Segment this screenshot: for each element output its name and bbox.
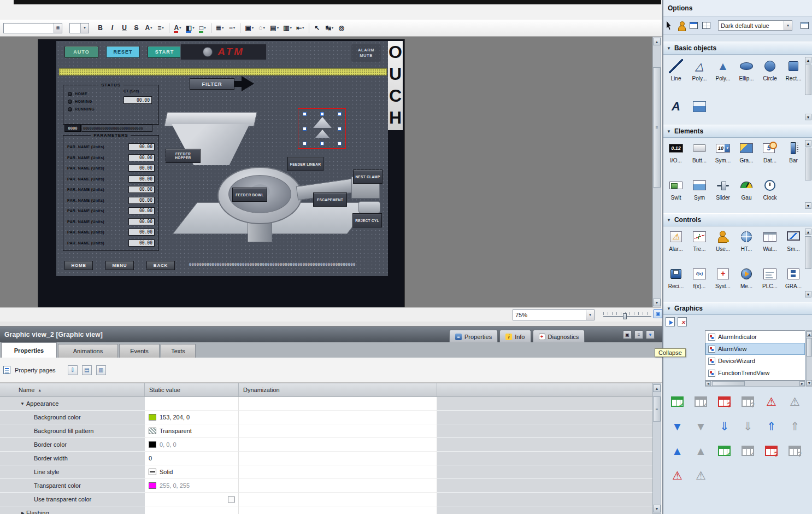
scroll-up-icon[interactable]: ▲ [805, 57, 811, 63]
graphics-tree-item[interactable]: AlarmIndicator [705, 331, 805, 343]
menu-icon[interactable]: ≡ [634, 330, 643, 339]
selection-handle[interactable] [303, 127, 307, 131]
pattern-swatch[interactable] [149, 428, 156, 434]
font-size-combo[interactable]: ▾ [69, 23, 89, 33]
graphics-tree-item[interactable]: AlarmView [705, 343, 805, 355]
scroll-down-icon[interactable]: ▼ [653, 505, 661, 512]
scroll-down-icon[interactable]: ▼ [805, 202, 811, 209]
tool-io-field[interactable]: I/O... [664, 140, 687, 163]
selection-handle[interactable] [338, 127, 342, 131]
tab-info[interactable]: i Info [499, 330, 531, 343]
scrollbar-thumb[interactable] [807, 338, 812, 357]
color-swatch[interactable] [149, 414, 156, 420]
parameter-value-field[interactable]: 00.00 [128, 186, 155, 193]
thumb-arrow-down-gray[interactable]: ▼ [689, 414, 713, 439]
tool-fx-trend[interactable]: f(x)... [688, 266, 711, 289]
tool-ellipse[interactable]: Ellip... [735, 58, 758, 81]
tool-line[interactable]: Line [664, 58, 687, 81]
table-row-border-color[interactable]: Border color 0, 0, 0 [0, 438, 652, 452]
hmi-brand-panel[interactable]: ATM [180, 44, 267, 60]
graphics-tree-item[interactable]: DeviceWizard [705, 355, 805, 367]
thumb-warning-red-2[interactable]: ⚠ [666, 463, 689, 488]
table-row-transparent-color[interactable]: Transparent color 255, 0, 255 [0, 479, 652, 493]
style-dropdown[interactable]: Dark default value ▾ [718, 20, 792, 31]
scroll-down-icon[interactable]: ▼ [805, 114, 811, 120]
tree-vertical-scrollbar[interactable]: ▲ ▼ [806, 330, 812, 387]
thumb-table-check-color-2[interactable]: ✓ [713, 439, 736, 463]
parameter-value-field[interactable]: 00.00 [128, 229, 155, 236]
hmi-alarm-mute-button[interactable]: ALARM MUTE [351, 44, 381, 62]
user-icon[interactable] [678, 21, 685, 30]
scroll-left-icon[interactable]: ◄ [705, 381, 711, 386]
tab-diagnostics[interactable]: + Diagnostics [533, 330, 585, 343]
select-cursor-icon[interactable] [667, 21, 673, 30]
combo-caret-icon[interactable]: ▦ [54, 24, 62, 33]
parameter-value-field[interactable]: 00.00 [128, 165, 155, 172]
tab-properties[interactable]: ≡ Properties [449, 330, 498, 343]
canvas-vertical-scrollbar[interactable]: ▲ ≡ ▼ [652, 37, 661, 307]
hmi-nav-button[interactable]: MENU [105, 261, 134, 270]
palette-scrollbar[interactable]: ▲ ▼ [805, 229, 811, 300]
float-panel-icon[interactable] [801, 22, 809, 29]
tool-alarm-view[interactable]: Alar... [664, 229, 687, 252]
scroll-up-icon[interactable]: ▲ [653, 384, 661, 392]
tree-horizontal-scrollbar[interactable]: ◄ ► [705, 381, 805, 387]
tool-watch-table[interactable]: Wat... [758, 229, 781, 252]
zoom-combo[interactable]: 75% ▾ [513, 309, 595, 320]
hmi-code-field[interactable]: 0000 [64, 125, 81, 132]
scroll-up-icon[interactable]: ▲ [807, 331, 812, 337]
selection-handle[interactable] [303, 142, 307, 145]
palette-scrollbar[interactable]: ▲ ▼ [805, 57, 811, 122]
tool-text-field[interactable] [664, 98, 687, 116]
hmi-code-zeros-field[interactable]: 0000000000000000000000000000 [81, 125, 152, 132]
scrollbar-thumb[interactable]: ≡ [653, 67, 661, 188]
graphics-tree[interactable]: AlarmIndicator AlarmView DeviceWizard Fu… [705, 330, 805, 381]
tool-smart-client[interactable]: Sm... [782, 229, 805, 252]
hmi-nav-button[interactable]: HOME [64, 261, 93, 270]
subtab-properties[interactable]: Properties [1, 342, 57, 358]
machine-label-feeder-hopper[interactable]: FEEDER HOPPER [166, 149, 201, 163]
scrollbar-thumb[interactable]: ≡ [653, 396, 661, 422]
thumb-table-help-color-2[interactable]: ? [760, 439, 783, 463]
tool-system-diagnose[interactable]: Syst... [711, 266, 734, 289]
thumb-arrow-down-blue[interactable]: ▼ [666, 414, 689, 439]
hmi-button[interactable]: START [148, 46, 181, 58]
machine-label-reject-cyl[interactable]: REJECT CYL [352, 213, 382, 227]
parameter-value-field[interactable]: 00.00 [128, 240, 155, 247]
selection-handle[interactable] [338, 112, 342, 116]
machine-label-nest-clamp[interactable]: NEST CLAMP [353, 170, 383, 184]
table-row-background-fill-pattern[interactable]: Background fill pattern Transparent [0, 424, 652, 438]
selection-handle[interactable] [320, 142, 324, 145]
dynamization-cell[interactable] [239, 452, 437, 465]
tool-recipe-view[interactable]: Reci... [664, 266, 687, 289]
zoom-slider[interactable] [603, 311, 651, 319]
combo-caret-icon[interactable]: ▾ [586, 310, 594, 320]
tool-graphic-io[interactable]: Gra... [735, 140, 758, 163]
dynamization-cell[interactable] [239, 493, 437, 506]
color-swatch[interactable] [149, 482, 156, 489]
thumb-triangle-up-blue[interactable]: ▲ [666, 439, 689, 463]
thumb-warning-gray[interactable]: ⚠ [783, 389, 807, 414]
tool-graphic-view[interactable] [688, 98, 711, 116]
hmi-alarm-line-strip[interactable] [59, 68, 387, 75]
table-row-border-width[interactable]: Border width 0 [0, 452, 652, 465]
combo-caret-icon[interactable]: ▾ [784, 21, 792, 30]
thumb-table-help-gray-2[interactable]: ? [783, 439, 807, 463]
fit-to-screen-button[interactable]: ▣ [654, 309, 662, 318]
editor-canvas[interactable]: AUTO RESET START ATM [0, 37, 652, 307]
tool-plc-code-view[interactable]: PLC... [758, 266, 781, 289]
selection-handle[interactable] [303, 112, 307, 116]
table-vertical-scrollbar[interactable]: ▲ ≡ ▼ [652, 383, 661, 514]
parameter-value-field[interactable]: 00.00 [128, 207, 155, 214]
selection-handle[interactable] [320, 112, 324, 116]
parameter-value-field[interactable]: 00.00 [128, 176, 155, 183]
hmi-parameters-box[interactable]: PARAMETERS PAR. NAME (Units) 00.00 PAR. … [63, 135, 159, 251]
subtab-animations[interactable]: Animations [58, 344, 118, 358]
tool-bar[interactable]: Bar [782, 140, 805, 163]
scroll-up-icon[interactable]: ▲ [805, 140, 811, 147]
thumb-arrow-up-gray[interactable]: ⇑ [783, 414, 807, 439]
section-elements[interactable]: ▼ Elements [663, 125, 812, 138]
tool-button[interactable]: Butt... [688, 140, 711, 163]
section-controls[interactable]: ▼ Controls [663, 213, 812, 226]
collapse-categories-icon[interactable]: ▥ [96, 365, 106, 375]
